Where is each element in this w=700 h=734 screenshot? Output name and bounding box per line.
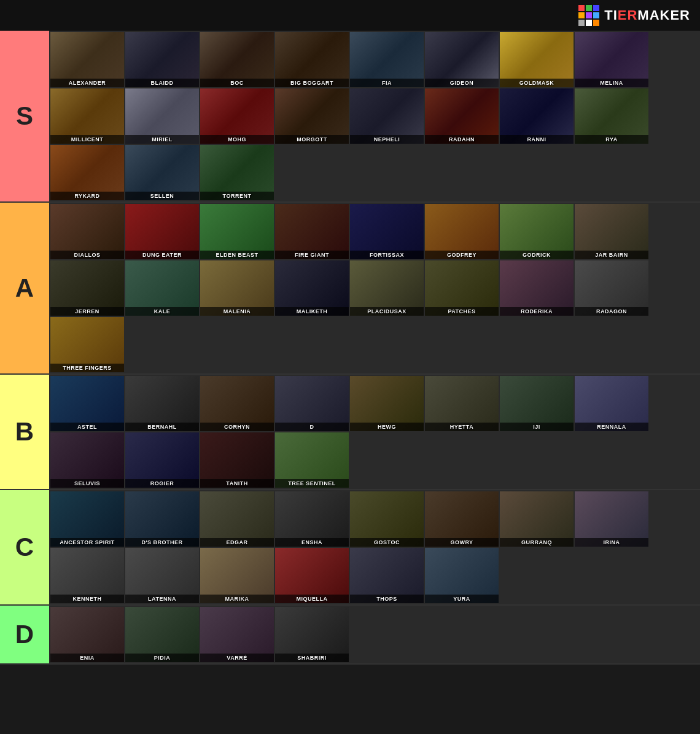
page-header: TiERMAKER: [0, 0, 700, 31]
char-item-enia[interactable]: Enia: [50, 607, 124, 662]
char-label-seluvis: Seluvis: [50, 479, 124, 488]
char-item-hyetta[interactable]: Hyetta: [425, 376, 499, 431]
char-label-fia: Fia: [350, 79, 424, 87]
char-label-latenna: Latenna: [125, 595, 199, 603]
char-item-gowry[interactable]: Gowry: [425, 491, 499, 547]
char-label-ranni: Ranni: [500, 135, 574, 144]
char-label-millicent: Millicent: [50, 135, 124, 144]
char-label-radahn: Radahn: [425, 135, 499, 144]
char-item-irina[interactable]: Irina: [575, 491, 648, 547]
char-item-alexander[interactable]: Alexander: [50, 32, 124, 87]
tier-items-a: DiallosDung EaterElden BeastFire GiantFo…: [49, 203, 700, 373]
char-item-astel[interactable]: Astel: [50, 376, 124, 431]
char-item-iji[interactable]: Iji: [500, 376, 574, 431]
char-label-sellen: Sellen: [125, 192, 199, 200]
char-label-rogier: Rogier: [125, 479, 199, 488]
char-item-fire-giant[interactable]: Fire Giant: [275, 204, 349, 259]
tier-label-s: S: [0, 31, 49, 201]
tier-items-c: Ancestor SpiritD's BrotherEdgarEnshaGost…: [49, 490, 700, 604]
char-item-kenneth[interactable]: Kenneth: [50, 548, 124, 603]
char-item-mohg[interactable]: Mohg: [200, 88, 274, 144]
char-item-placidusax[interactable]: Placidusax: [350, 260, 424, 316]
char-item-diallos[interactable]: Diallos: [50, 204, 124, 259]
char-item-tree-sentinel[interactable]: Tree Sentinel: [275, 432, 349, 488]
char-label-diallos: Diallos: [50, 251, 124, 259]
char-item-latenna[interactable]: Latenna: [125, 548, 199, 603]
char-item-yura[interactable]: Yura: [425, 548, 499, 603]
char-label-miquella: Miquella: [275, 595, 349, 603]
char-item-godrick[interactable]: Godrick: [500, 204, 574, 259]
char-item-tanith[interactable]: Tanith: [200, 432, 274, 488]
char-item-kale[interactable]: Kale: [125, 260, 199, 316]
char-item-miquella[interactable]: Miquella: [275, 548, 349, 603]
char-item-boc[interactable]: Boc: [200, 32, 274, 87]
char-item-malenia[interactable]: Malenia: [200, 260, 274, 316]
char-label-elden-beast: Elden Beast: [200, 251, 274, 259]
char-item-gurranq[interactable]: Gurranq: [500, 491, 574, 547]
tier-label-a: A: [0, 203, 49, 373]
char-item-varre[interactable]: Varré: [200, 607, 274, 662]
char-item-edgar[interactable]: Edgar: [200, 491, 274, 547]
char-item-godfrey[interactable]: Godfrey: [425, 204, 499, 259]
char-item-ensha[interactable]: Ensha: [275, 491, 349, 547]
char-label-melina: Melina: [575, 79, 648, 87]
char-item-miriel[interactable]: Miriel: [125, 88, 199, 144]
char-item-corhyn[interactable]: Corhyn: [200, 376, 274, 431]
char-item-hewg[interactable]: Hewg: [350, 376, 424, 431]
char-item-torrent[interactable]: Torrent: [200, 145, 274, 200]
char-item-thops[interactable]: Thops: [350, 548, 424, 603]
char-label-goldmask: Goldmask: [500, 79, 574, 87]
char-item-rennala[interactable]: Rennala: [575, 376, 648, 431]
char-item-dung-eater[interactable]: Dung Eater: [125, 204, 199, 259]
char-item-radahn[interactable]: Radahn: [425, 88, 499, 144]
char-item-maliketh[interactable]: Maliketh: [275, 260, 349, 316]
char-label-varre: Varré: [200, 654, 274, 662]
char-label-mohg: Mohg: [200, 135, 274, 144]
char-item-ancestor-spirit[interactable]: Ancestor Spirit: [50, 491, 124, 547]
char-item-d[interactable]: D: [275, 376, 349, 431]
char-item-big-boggart[interactable]: Big Boggart: [275, 32, 349, 87]
char-item-fortissax[interactable]: Fortissax: [350, 204, 424, 259]
char-label-marika: Marika: [200, 595, 274, 603]
char-item-nepheli[interactable]: Nepheli: [350, 88, 424, 144]
char-item-marika[interactable]: Marika: [200, 548, 274, 603]
char-item-jerren[interactable]: Jerren: [50, 260, 124, 316]
char-item-fia[interactable]: Fia: [350, 32, 424, 87]
char-item-ranni[interactable]: Ranni: [500, 88, 574, 144]
char-item-rogier[interactable]: Rogier: [125, 432, 199, 488]
char-label-torrent: Torrent: [200, 192, 274, 200]
char-label-irina: Irina: [575, 538, 648, 547]
char-item-three-fingers[interactable]: Three Fingers: [50, 317, 124, 372]
char-item-millicent[interactable]: Millicent: [50, 88, 124, 144]
char-item-morgott[interactable]: Morgott: [275, 88, 349, 144]
char-item-rykard[interactable]: Rykard: [50, 145, 124, 200]
char-item-bernahl[interactable]: Bernahl: [125, 376, 199, 431]
char-label-pidia: Pidia: [125, 654, 199, 662]
char-item-sellen[interactable]: Sellen: [125, 145, 199, 200]
char-item-rya[interactable]: Rya: [575, 88, 648, 144]
char-label-jar-bairn: Jar Bairn: [575, 251, 648, 259]
char-label-alexander: Alexander: [50, 79, 124, 87]
char-label-godrick: Godrick: [500, 251, 574, 259]
char-label-dung-eater: Dung Eater: [125, 251, 199, 259]
char-item-elden-beast[interactable]: Elden Beast: [200, 204, 274, 259]
char-item-roderika[interactable]: Roderika: [500, 260, 574, 316]
char-label-malenia: Malenia: [200, 307, 274, 316]
char-item-jar-bairn[interactable]: Jar Bairn: [575, 204, 648, 259]
char-item-radagon[interactable]: Radagon: [575, 260, 648, 316]
char-label-godfrey: Godfrey: [425, 251, 499, 259]
char-label-jerren: Jerren: [50, 307, 124, 316]
char-label-fire-giant: Fire Giant: [275, 251, 349, 259]
char-item-seluvis[interactable]: Seluvis: [50, 432, 124, 488]
char-item-shabriri[interactable]: Shabriri: [275, 607, 349, 662]
char-label-bernahl: Bernahl: [125, 423, 199, 431]
char-label-ensha: Ensha: [275, 538, 349, 547]
char-item-ds-brother[interactable]: D's Brother: [125, 491, 199, 547]
char-item-gostoc[interactable]: Gostoc: [350, 491, 424, 547]
char-item-pidia[interactable]: Pidia: [125, 607, 199, 662]
char-item-goldmask[interactable]: Goldmask: [500, 32, 574, 87]
char-item-patches[interactable]: Patches: [425, 260, 499, 316]
char-item-gideon[interactable]: Gideon: [425, 32, 499, 87]
char-item-blaidd[interactable]: Blaidd: [125, 32, 199, 87]
char-item-melina[interactable]: Melina: [575, 32, 648, 87]
